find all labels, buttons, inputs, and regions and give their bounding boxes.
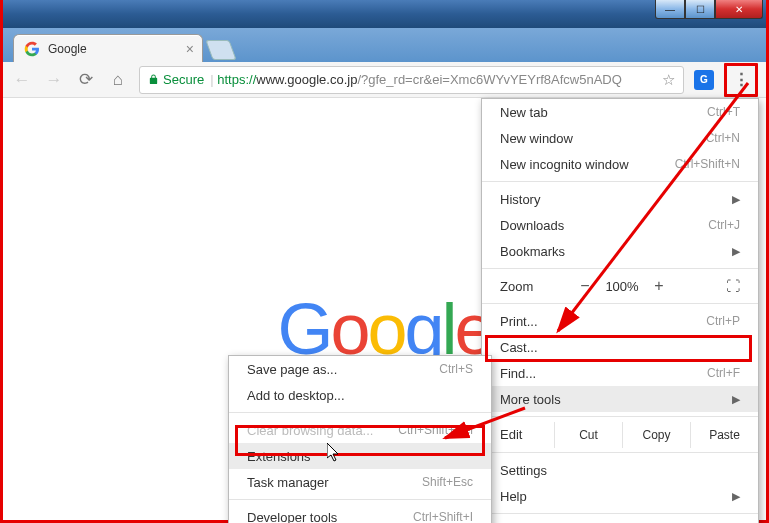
tab-strip: Google × [3,28,766,62]
os-titlebar: — ☐ ✕ [3,0,766,28]
menu-separator [482,181,758,182]
zoom-in-button[interactable]: + [644,277,674,295]
menu-settings[interactable]: Settings [482,457,758,483]
menu-new-window[interactable]: New windowCtrl+N [482,125,758,151]
tab-title: Google [48,42,87,56]
chevron-right-icon: ▶ [732,193,740,206]
submenu-developer-tools[interactable]: Developer toolsCtrl+Shift+I [229,504,491,523]
toolbar: ← → ⟳ ⌂ Secure | https://www.google.co.j… [3,62,766,98]
new-tab-button[interactable] [205,40,236,60]
zoom-out-button[interactable]: − [570,277,600,295]
submenu-clear-browsing[interactable]: Clear browsing data...Ctrl+Shift+Del [229,417,491,443]
menu-bookmarks[interactable]: Bookmarks▶ [482,238,758,264]
menu-button-highlight: ⋮ [724,63,758,97]
chevron-right-icon: ▶ [732,490,740,503]
url-scheme: https:// [217,72,256,87]
forward-button[interactable]: → [43,69,65,91]
menu-separator [482,513,758,514]
copy-button[interactable]: Copy [622,422,690,448]
menu-separator [229,412,491,413]
bookmark-star-icon[interactable]: ☆ [662,71,675,89]
close-window-button[interactable]: ✕ [715,0,763,19]
menu-cast[interactable]: Cast... [482,334,758,360]
menu-separator [229,499,491,500]
menu-help[interactable]: Help▶ [482,483,758,509]
cut-button[interactable]: Cut [554,422,622,448]
chrome-main-menu: New tabCtrl+T New windowCtrl+N New incog… [481,98,759,523]
tab-close-button[interactable]: × [182,41,198,57]
url-path: /?gfe_rd=cr&ei=Xmc6WYvYEYrf8Afcw5nADQ [357,72,621,87]
menu-exit[interactable]: ExitCtrl+Shift+Q [482,518,758,523]
menu-new-tab[interactable]: New tabCtrl+T [482,99,758,125]
back-button[interactable]: ← [11,69,33,91]
menu-incognito[interactable]: New incognito windowCtrl+Shift+N [482,151,758,177]
menu-history[interactable]: History▶ [482,186,758,212]
submenu-add-desktop[interactable]: Add to desktop... [229,382,491,408]
address-bar[interactable]: Secure | https://www.google.co.jp/?gfe_r… [139,66,684,94]
chrome-menu-button[interactable]: ⋮ [728,67,754,93]
browser-tab[interactable]: Google × [13,34,203,62]
minimize-button[interactable]: — [655,0,685,19]
menu-edit-row: Edit Cut Copy Paste [482,421,758,448]
menu-find[interactable]: Find...Ctrl+F [482,360,758,386]
maximize-button[interactable]: ☐ [685,0,715,19]
zoom-label: Zoom [500,279,570,294]
menu-separator [482,416,758,417]
menu-separator [482,452,758,453]
home-button[interactable]: ⌂ [107,69,129,91]
fullscreen-button[interactable]: ⛶ [726,278,740,294]
secure-indicator: Secure [148,72,204,87]
mouse-cursor-icon [327,443,343,466]
submenu-save-page[interactable]: Save page as...Ctrl+S [229,356,491,382]
secure-label: Secure [163,72,204,87]
chevron-right-icon: ▶ [732,245,740,258]
menu-zoom-row: Zoom − 100% + ⛶ [482,273,758,299]
submenu-extensions[interactable]: Extensions [229,443,491,469]
window-controls: — ☐ ✕ [655,0,763,19]
zoom-value: 100% [600,279,644,294]
lock-icon [148,74,159,85]
chevron-right-icon: ▶ [732,393,740,406]
more-tools-submenu: Save page as...Ctrl+S Add to desktop... … [228,355,492,523]
menu-more-tools[interactable]: More tools▶ [482,386,758,412]
menu-print[interactable]: Print...Ctrl+P [482,308,758,334]
browser-window: — ☐ ✕ Google × ← → ⟳ ⌂ Secure | https://… [0,0,769,523]
menu-separator [482,268,758,269]
extension-icon[interactable]: G [694,70,714,90]
edit-label: Edit [482,421,554,448]
menu-separator [482,303,758,304]
menu-downloads[interactable]: DownloadsCtrl+J [482,212,758,238]
paste-button[interactable]: Paste [690,422,758,448]
google-favicon [24,41,40,57]
url-host: www.google.co.jp [256,72,357,87]
reload-button[interactable]: ⟳ [75,69,97,91]
submenu-task-manager[interactable]: Task managerShift+Esc [229,469,491,495]
